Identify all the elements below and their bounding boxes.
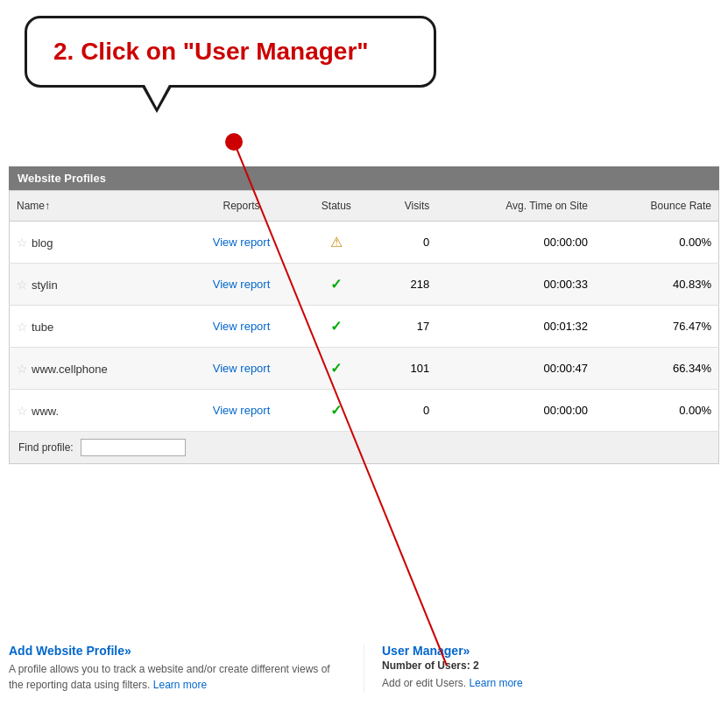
table-header-bar: Website Profiles [9,166,719,190]
find-profile-input[interactable] [81,439,186,456]
table-row: ☆tubeView report✓1700:01:3276.47% [10,306,719,348]
row-reports-cell: View report [182,390,300,432]
col-header-visits: Visits [372,191,436,222]
main-content: Website Profiles Name↑ Reports Status Vi… [9,166,719,464]
row-avg-time-cell: 00:00:00 [436,390,595,432]
add-website-profile-link[interactable]: Add Website Profile» [9,644,346,658]
table-row: ☆www.cellphoneView report✓10100:00:4766.… [10,348,719,390]
star-icon[interactable]: ☆ [17,278,28,292]
callout-text: 2. Click on "User Manager" [53,38,407,66]
bottom-section: Add Website Profile» A profile allows yo… [9,644,719,693]
col-header-name[interactable]: Name↑ [10,191,183,222]
callout-bubble: 2. Click on "User Manager" [25,16,436,88]
col-header-avg-time: Avg. Time on Site [436,191,595,222]
user-manager-learn-more[interactable]: Learn more [469,677,522,689]
row-bounce-rate-cell: 66.34% [595,348,718,390]
table-row: ☆blogView report⚠000:00:000.00% [10,222,719,264]
bottom-right-panel: User Manager» Number of Users: 2 Add or … [364,644,719,693]
user-manager-link[interactable]: User Manager» [382,644,719,658]
ok-icon: ✓ [330,403,342,418]
row-avg-time-cell: 00:00:00 [436,222,595,264]
view-report-link[interactable]: View report [213,362,271,375]
warning-icon: ⚠ [330,235,343,250]
row-name-cell: ☆www.cellphone [10,348,183,390]
row-reports-cell: View report [182,348,300,390]
col-header-bounce-rate: Bounce Rate [595,191,718,222]
view-report-link[interactable]: View report [213,320,271,333]
col-header-status: Status [300,191,372,222]
row-status-cell: ⚠ [300,222,372,264]
row-bounce-rate-cell: 76.47% [595,306,718,348]
find-profile-label: Find profile: [18,441,74,454]
row-bounce-rate-cell: 40.83% [595,264,718,306]
row-status-cell: ✓ [300,264,372,306]
red-dot [225,133,243,151]
row-visits-cell: 0 [372,390,436,432]
row-reports-cell: View report [182,222,300,264]
table-header-title: Website Profiles [18,172,106,185]
site-name: stylin [32,278,58,292]
row-name-cell: ☆tube [10,306,183,348]
site-name: tube [32,321,53,334]
star-icon[interactable]: ☆ [17,362,28,376]
row-bounce-rate-cell: 0.00% [595,222,718,264]
user-manager-description: Add or edit Users. Learn more [382,675,719,691]
row-visits-cell: 101 [372,348,436,390]
ok-icon: ✓ [330,277,342,292]
view-report-link[interactable]: View report [213,404,271,417]
add-profile-learn-more[interactable]: Learn more [153,679,207,691]
row-reports-cell: View report [182,264,300,306]
row-status-cell: ✓ [300,390,372,432]
user-manager-desc-text: Add or edit Users. [382,677,466,689]
view-report-link[interactable]: View report [213,278,271,291]
view-report-link[interactable]: View report [213,236,271,249]
row-status-cell: ✓ [300,348,372,390]
row-reports-cell: View report [182,306,300,348]
row-avg-time-cell: 00:00:47 [436,348,595,390]
row-visits-cell: 17 [372,306,436,348]
row-visits-cell: 0 [372,222,436,264]
site-name: www.cellphone [32,363,108,376]
table-row: ☆www.View report✓000:00:000.00% [10,390,719,432]
profiles-table: Name↑ Reports Status Visits Avg. Time on… [9,190,719,432]
table-row: ☆stylinView report✓21800:00:3340.83% [10,264,719,306]
ok-icon: ✓ [330,361,342,376]
site-name: blog [32,236,53,250]
row-avg-time-cell: 00:01:32 [436,306,595,348]
row-name-cell: ☆stylin [10,264,183,306]
star-icon[interactable]: ☆ [17,320,28,334]
row-bounce-rate-cell: 0.00% [595,390,718,432]
table-column-headers: Name↑ Reports Status Visits Avg. Time on… [10,191,719,222]
ok-icon: ✓ [330,319,342,334]
site-name: www. [32,405,59,418]
row-name-cell: ☆blog [10,222,183,264]
callout-container: 2. Click on "User Manager" [25,16,436,88]
row-avg-time-cell: 00:00:33 [436,264,595,306]
star-icon[interactable]: ☆ [17,404,28,418]
row-name-cell: ☆www. [10,390,183,432]
bottom-left-panel: Add Website Profile» A profile allows yo… [9,644,364,693]
star-icon[interactable]: ☆ [17,236,28,250]
row-status-cell: ✓ [300,306,372,348]
row-visits-cell: 218 [372,264,436,306]
add-profile-description: A profile allows you to track a website … [9,661,346,693]
user-count: Number of Users: 2 [382,659,719,672]
find-profile-row: Find profile: [9,432,719,464]
col-header-reports: Reports [182,191,300,222]
